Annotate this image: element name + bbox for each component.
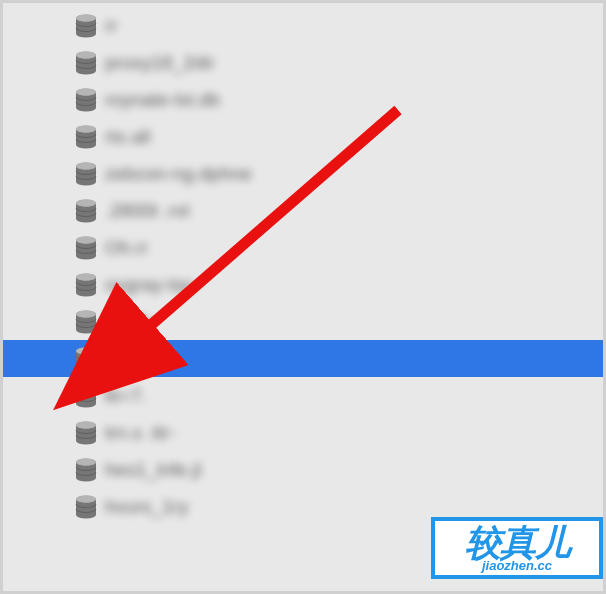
database-icon — [75, 347, 97, 371]
database-icon — [75, 421, 97, 445]
database-item-label: hes1_lnfe.jl — [105, 459, 201, 481]
database-icon — [75, 273, 97, 297]
svg-point-21 — [76, 384, 96, 391]
database-item-label: hvurs_1ry — [105, 496, 188, 518]
svg-point-5 — [76, 88, 96, 95]
database-item-label: roynate-lst.db — [105, 89, 220, 111]
database-item-0[interactable]: rr — [3, 7, 603, 44]
database-item-label: sh ub — [105, 311, 151, 333]
svg-point-13 — [76, 236, 96, 243]
watermark-sub-text: jiaozhen.cc — [482, 559, 552, 572]
watermark-badge: 较真儿 jiaozhen.cc — [431, 517, 603, 579]
svg-point-25 — [76, 458, 96, 465]
database-item-10[interactable]: lb=7. — [3, 377, 603, 414]
database-icon — [75, 88, 97, 112]
database-item-11[interactable]: trn.s .ttr- — [3, 414, 603, 451]
svg-point-11 — [76, 199, 96, 206]
database-icon — [75, 14, 97, 38]
database-item-8[interactable]: sh ub — [3, 303, 603, 340]
database-list: rr proxy18_2dir roynate-lst.db rtx.all z… — [3, 3, 603, 525]
database-icon — [75, 458, 97, 482]
database-icon — [75, 310, 97, 334]
database-icon — [75, 236, 97, 260]
svg-point-23 — [76, 421, 96, 428]
svg-point-7 — [76, 125, 96, 132]
svg-point-15 — [76, 273, 96, 280]
database-item-label: trn.s .ttr- — [105, 422, 176, 444]
database-item-label: lb=7. — [105, 385, 147, 407]
database-item-5[interactable]: .2800t .rvt — [3, 192, 603, 229]
database-item-6[interactable]: Oh.rr — [3, 229, 603, 266]
svg-point-3 — [76, 51, 96, 58]
database-item-test[interactable]: test — [3, 340, 603, 377]
svg-point-27 — [76, 495, 96, 502]
database-item-12[interactable]: hes1_lnfe.jl — [3, 451, 603, 488]
database-item-label: rr — [105, 15, 118, 37]
svg-point-19 — [76, 347, 96, 354]
svg-point-17 — [76, 310, 96, 317]
database-item-label: test — [105, 348, 136, 370]
database-item-label: proxy18_2dir — [105, 52, 215, 74]
database-icon — [75, 384, 97, 408]
database-icon — [75, 51, 97, 75]
svg-point-9 — [76, 162, 96, 169]
svg-point-1 — [76, 14, 96, 21]
database-item-label: zebcon-ng.dphne — [105, 163, 252, 185]
database-item-1[interactable]: proxy18_2dir — [3, 44, 603, 81]
database-item-3[interactable]: rtx.all — [3, 118, 603, 155]
database-icon — [75, 125, 97, 149]
database-item-label: Oh.rr — [105, 237, 148, 259]
database-item-label: ovgray-lsp — [105, 274, 193, 296]
watermark-main-text: 较真儿 — [465, 525, 570, 561]
database-item-7[interactable]: ovgray-lsp — [3, 266, 603, 303]
database-icon — [75, 199, 97, 223]
database-item-label: .2800t .rvt — [105, 200, 190, 222]
database-item-2[interactable]: roynate-lst.db — [3, 81, 603, 118]
database-icon — [75, 162, 97, 186]
database-icon — [75, 495, 97, 519]
database-item-label: rtx.all — [105, 126, 150, 148]
database-item-4[interactable]: zebcon-ng.dphne — [3, 155, 603, 192]
